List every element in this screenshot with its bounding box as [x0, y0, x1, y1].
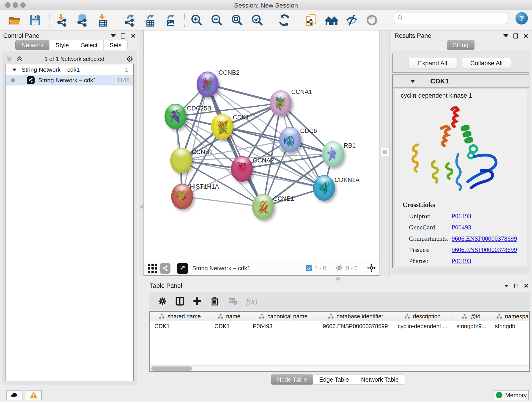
cloud-button[interactable]: [6, 390, 22, 400]
warning-button[interactable]: [26, 390, 42, 400]
network-options-gear-icon[interactable]: ⚙: [126, 54, 133, 64]
expand-all-button[interactable]: Expand All: [408, 58, 457, 69]
cell-sharedname[interactable]: CDK1: [150, 321, 210, 331]
string-view-icon[interactable]: [160, 263, 171, 274]
import-table-icon[interactable]: [95, 13, 109, 27]
network-node-ccnb2[interactable]: [196, 71, 219, 97]
selected-checkbox[interactable]: [306, 265, 312, 271]
results-close-icon[interactable]: ✕: [523, 33, 529, 38]
tab-style[interactable]: Style: [49, 40, 75, 50]
results-panel-title: Results Panel: [394, 32, 433, 39]
column-header-id[interactable]: @id: [452, 312, 490, 321]
pan-move-icon[interactable]: [367, 263, 376, 274]
tab-string[interactable]: String: [447, 40, 475, 50]
tab-select[interactable]: Select: [75, 40, 104, 50]
cdk1-expander-icon[interactable]: [410, 80, 415, 83]
show-eye-icon[interactable]: [365, 13, 379, 27]
tab-network-table[interactable]: Network Table: [355, 375, 405, 385]
import-network-icon[interactable]: [55, 13, 69, 27]
network-node-ccnb1[interactable]: [170, 148, 192, 173]
panel-close-icon[interactable]: ✕: [130, 33, 136, 38]
crosslink-link[interactable]: P06493: [452, 212, 471, 220]
export-network-icon[interactable]: [122, 13, 137, 27]
network-node-ccna1[interactable]: [270, 90, 292, 116]
hide-eye-icon[interactable]: [345, 13, 359, 27]
table-float-icon[interactable]: [514, 284, 518, 288]
help-button[interactable]: ?: [515, 12, 528, 25]
right-splitter-handle[interactable]: [380, 148, 389, 156]
horizontal-splitter[interactable]: [144, 276, 532, 281]
delete-row-icon[interactable]: [209, 296, 220, 306]
cell-description[interactable]: cyclin-dependent ...: [393, 321, 452, 331]
column-header-canonicalname[interactable]: canonical name: [248, 312, 318, 321]
cell-id[interactable]: stringdb:9...: [452, 321, 490, 331]
save-icon[interactable]: [28, 13, 42, 27]
cell-name[interactable]: CDK1: [210, 321, 248, 331]
search-input[interactable]: [394, 13, 507, 24]
network-node-ccne1[interactable]: [252, 194, 274, 220]
column-header-description[interactable]: description: [393, 312, 452, 321]
panel-float-icon[interactable]: [121, 33, 125, 38]
network-canvas[interactable]: CCNB2CCNA1CDC25BCDK1CDC6RB1CCNB1CCNA2CDK…: [144, 31, 380, 261]
table-collapse-icon[interactable]: [504, 285, 508, 287]
crosslink-link[interactable]: 9606.ENSP00000378699: [452, 246, 517, 254]
node-table[interactable]: shared namenamecanonical namedatabase id…: [149, 311, 530, 372]
table-options-gear-icon[interactable]: [157, 296, 168, 306]
network-node-cdkn1a[interactable]: [313, 175, 335, 201]
zoom-selected-icon[interactable]: [250, 13, 264, 27]
import-database-icon[interactable]: [75, 13, 89, 27]
tab-network[interactable]: Network: [15, 40, 50, 50]
column-header-namespace[interactable]: namespace: [490, 312, 530, 321]
hidden-eye-icon[interactable]: [335, 264, 343, 273]
refresh-icon[interactable]: [277, 13, 291, 27]
tab-edge-table[interactable]: Edge Table: [313, 375, 355, 385]
right-splitter[interactable]: [380, 31, 389, 276]
cdk1-entry-header[interactable]: CDK1: [393, 75, 529, 88]
horizontal-splitter-handle[interactable]: [336, 277, 340, 281]
show-columns-icon[interactable]: [175, 296, 185, 306]
open-icon[interactable]: [8, 13, 22, 27]
column-header-name[interactable]: name: [210, 312, 248, 321]
cell-canonicalname[interactable]: P06493: [248, 321, 318, 331]
left-splitter-handle[interactable]: [140, 205, 143, 209]
expand-all-networks-icon[interactable]: [6, 55, 13, 63]
network-node-cdc6[interactable]: [279, 127, 301, 153]
open-in-window-icon[interactable]: [177, 263, 188, 274]
collection-expander-icon[interactable]: [12, 69, 17, 71]
home-icon[interactable]: [324, 13, 339, 27]
network-collection-row[interactable]: String Network – cdk1 1: [6, 64, 133, 75]
annotation-icon[interactable]: [304, 13, 318, 27]
table-close-icon[interactable]: ✕: [524, 283, 529, 288]
birdseye-view-icon[interactable]: [147, 261, 158, 275]
zoom-in-icon[interactable]: [190, 13, 204, 27]
memory-button[interactable]: Memory: [494, 390, 529, 400]
crosslink-link[interactable]: P06493: [452, 224, 471, 231]
network-node-cdk1[interactable]: [211, 114, 233, 140]
export-table-icon[interactable]: [143, 13, 157, 27]
left-splitter[interactable]: [139, 31, 144, 276]
add-column-icon[interactable]: [192, 296, 203, 306]
table-horizontal-scrollbar[interactable]: [150, 365, 529, 371]
panel-collapse-icon[interactable]: [111, 34, 116, 37]
column-header-databaseidentifier[interactable]: database identifier: [318, 312, 393, 321]
network-node-ccna2[interactable]: [231, 156, 253, 182]
zoom-out-icon[interactable]: [210, 13, 224, 27]
column-header-sharedname[interactable]: shared name: [150, 312, 210, 321]
cell-namespace[interactable]: stringdb: [490, 321, 530, 331]
results-collapse-icon[interactable]: [503, 34, 508, 37]
results-float-icon[interactable]: [513, 33, 518, 38]
tab-node-table[interactable]: Node Table: [271, 375, 313, 385]
crosslink-link[interactable]: P06493: [452, 257, 471, 265]
export-image-icon[interactable]: [163, 13, 177, 27]
table-row[interactable]: CDK1CDK1P064939606.ENSP00000378699cyclin…: [150, 321, 529, 331]
collapse-all-button[interactable]: Collapse All: [462, 58, 511, 69]
network-node-rb1[interactable]: [322, 141, 344, 167]
cell-databaseidentifier[interactable]: 9606.ENSP00000378699: [318, 321, 393, 331]
tab-sets[interactable]: Sets: [103, 40, 128, 50]
collapse-all-networks-icon[interactable]: [16, 55, 23, 63]
scrollbar-thumb[interactable]: [151, 366, 192, 370]
zoom-fit-icon[interactable]: [230, 13, 244, 27]
crosslink-link[interactable]: 9606.ENSP00000378699: [452, 235, 517, 242]
network-node-cdc25b[interactable]: [165, 104, 186, 129]
network-row[interactable]: String Network – cdk1 11 48: [6, 75, 133, 85]
